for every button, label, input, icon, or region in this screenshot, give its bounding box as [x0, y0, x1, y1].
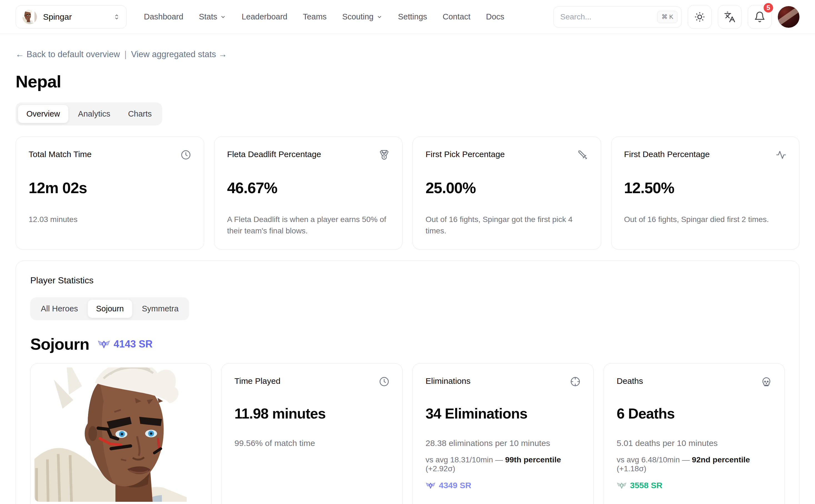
top-navbar: Spingar Dashboard Stats Leaderboard Team… — [0, 0, 815, 34]
clock-icon — [379, 376, 389, 388]
nav-item-contact[interactable]: Contact — [443, 12, 471, 21]
card-value: 34 Eliminations — [426, 405, 580, 422]
card-title: Deaths — [617, 376, 643, 386]
per-10-min-line: 28.38 eliminations per 10 minutes — [426, 439, 580, 448]
card-title: Time Played — [235, 376, 281, 386]
percentile-line: vs avg 18.31/10min — 99th percentile (+2… — [426, 455, 580, 473]
sr-value: 3558 SR — [630, 481, 663, 490]
sr-row: 3558 SR — [617, 480, 772, 490]
card-title: First Pick Percentage — [426, 150, 505, 159]
tab-symmetra[interactable]: Symmetra — [134, 300, 187, 318]
theme-toggle-button[interactable] — [688, 5, 712, 29]
sojourn-portrait-image — [34, 367, 207, 502]
chevron-down-icon — [220, 14, 226, 20]
tab-all-heroes[interactable]: All Heroes — [32, 300, 86, 318]
sword-icon — [577, 150, 588, 161]
vs-avg-text: vs avg 6.48/10min — — [617, 455, 690, 464]
card-title: Fleta Deadlift Percentage — [227, 150, 321, 159]
per-10-min-line: 5.01 deaths per 10 minutes — [617, 439, 772, 448]
player-avatar — [22, 10, 37, 24]
time-played-card: Time Played 11.98 minutes 99.56% of matc… — [222, 363, 403, 504]
activity-icon — [776, 150, 786, 161]
back-to-overview-link[interactable]: ← Back to default overview — [16, 49, 120, 59]
navbar-right: ⌘ K 5 — [553, 5, 799, 29]
card-value: 46.67% — [227, 179, 390, 197]
tab-sojourn[interactable]: Sojourn — [87, 299, 132, 318]
card-description: Out of 16 fights, Spingar died first 2 t… — [624, 214, 787, 225]
notifications-button[interactable]: 5 — [748, 5, 772, 29]
first-death-card: First Death Percentage 12.50% Out of 16 … — [611, 137, 800, 250]
languages-icon — [724, 11, 736, 23]
hero-sr-badge: 4143 SR — [97, 338, 152, 351]
search-box[interactable]: ⌘ K — [553, 6, 682, 27]
summary-cards: Total Match Time 12m 02s 12.03 minutes F… — [16, 137, 799, 250]
hero-portrait-card — [30, 363, 212, 504]
nav-item-teams[interactable]: Teams — [303, 12, 326, 21]
language-button[interactable] — [718, 5, 742, 29]
card-value: 11.98 minutes — [235, 405, 389, 422]
notification-count-badge: 5 — [763, 2, 774, 14]
sr-value: 4349 SR — [439, 481, 471, 490]
player-statistics-panel: Player Statistics All Heroes Sojourn Sym… — [16, 261, 799, 504]
sr-row: 4349 SR — [426, 480, 580, 490]
card-value: 12.50% — [624, 179, 787, 197]
view-tabs: Overview Analytics Charts — [16, 102, 162, 125]
percentile-value: 99th percentile — [505, 455, 561, 464]
total-match-time-card: Total Match Time 12m 02s 12.03 minutes — [16, 137, 204, 250]
sun-icon — [694, 11, 706, 23]
rank-badge-icon — [97, 338, 110, 351]
hero-sr-value: 4143 SR — [114, 338, 152, 350]
rank-badge-icon — [617, 480, 627, 490]
player-selector-label: Spingar — [43, 12, 107, 22]
skull-icon — [761, 376, 772, 388]
nav-item-dashboard[interactable]: Dashboard — [144, 12, 183, 21]
hero-name: Sojourn — [30, 335, 89, 353]
tab-analytics[interactable]: Analytics — [70, 105, 119, 123]
hero-heading: Sojourn 4143 SR — [30, 335, 785, 353]
user-avatar[interactable] — [778, 6, 799, 28]
first-pick-card: First Pick Percentage 25.00% Out of 16 f… — [412, 137, 601, 250]
main-nav: Dashboard Stats Leaderboard Teams Scouti… — [144, 12, 504, 21]
card-title: First Death Percentage — [624, 150, 710, 159]
card-description: A Fleta Deadlift is when a player earns … — [227, 214, 390, 236]
tab-overview[interactable]: Overview — [18, 105, 69, 123]
card-value: 25.00% — [426, 179, 588, 197]
nav-item-stats[interactable]: Stats — [199, 12, 226, 21]
view-aggregated-stats-link[interactable]: View aggregated stats → — [131, 49, 227, 59]
nav-item-docs[interactable]: Docs — [486, 12, 504, 21]
breadcrumb: ← Back to default overview | View aggreg… — [16, 49, 799, 59]
search-input[interactable] — [560, 12, 657, 21]
card-description: 12.03 minutes — [29, 214, 191, 225]
player-selector[interactable]: Spingar — [16, 5, 127, 29]
main-content: ← Back to default overview | View aggreg… — [0, 49, 815, 504]
card-title: Eliminations — [426, 376, 471, 386]
card-value: 6 Deaths — [617, 405, 772, 422]
card-value: 12m 02s — [29, 179, 191, 197]
vs-avg-text: vs avg 18.31/10min — — [426, 455, 503, 464]
tab-charts[interactable]: Charts — [120, 105, 160, 123]
page-title: Nepal — [16, 72, 799, 91]
hero-stat-cards: Time Played 11.98 minutes 99.56% of matc… — [30, 363, 785, 504]
clock-icon — [180, 150, 191, 161]
deaths-card: Deaths 6 Deaths 5.01 deaths per 10 minut… — [603, 363, 785, 504]
medal-icon — [379, 150, 389, 161]
percentile-line: vs avg 6.48/10min — 92nd percentile (+1.… — [617, 455, 772, 473]
card-description: Out of 16 fights, Spingar got the first … — [426, 214, 588, 236]
nav-item-scouting[interactable]: Scouting — [342, 12, 383, 21]
card-subtext: 99.56% of match time — [235, 439, 389, 448]
percentile-value: 92nd percentile — [692, 455, 750, 464]
eliminations-card: Eliminations 34 Eliminations 28.38 elimi… — [412, 363, 593, 504]
panel-title: Player Statistics — [30, 275, 785, 286]
bell-icon — [754, 11, 766, 23]
card-title: Total Match Time — [29, 150, 92, 159]
breadcrumb-separator: | — [124, 49, 127, 59]
nav-item-settings[interactable]: Settings — [398, 12, 427, 21]
chevrons-up-down-icon — [114, 14, 120, 20]
nav-item-leaderboard[interactable]: Leaderboard — [242, 12, 287, 21]
search-shortcut-kbd: ⌘ K — [657, 11, 678, 23]
hero-tabs: All Heroes Sojourn Symmetra — [30, 297, 189, 320]
crosshair-icon — [570, 376, 580, 388]
rank-badge-icon — [426, 480, 436, 490]
sigma-value: (+2.92σ) — [426, 464, 455, 473]
fleta-deadlift-card: Fleta Deadlift Percentage 46.67% A Fleta… — [214, 137, 403, 250]
